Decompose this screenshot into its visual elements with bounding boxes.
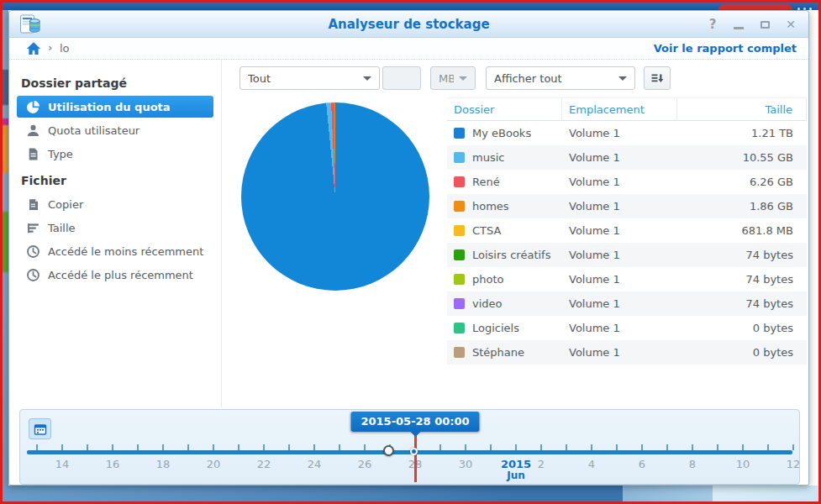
sidebar-item-copier[interactable]: Copier [17, 193, 213, 215]
sidebar-item-type[interactable]: Type [17, 143, 213, 165]
size-value-input[interactable] [382, 66, 421, 90]
table-row[interactable]: StéphaneVolume 10 bytes [447, 340, 807, 365]
color-swatch [454, 323, 465, 333]
folder-name: René [472, 176, 500, 188]
timeline-tick [692, 444, 693, 450]
folder-cell: Loisirs créatifs [447, 243, 562, 267]
sort-button[interactable] [644, 66, 671, 90]
timeline-tick [364, 444, 366, 450]
timeline-tick [288, 444, 290, 450]
table-row[interactable]: LogicielsVolume 10 bytes [447, 316, 807, 340]
size-cell: 10.55 GB [677, 145, 807, 170]
maximize-icon[interactable] [757, 16, 772, 33]
size-cell: 1.21 TB [677, 121, 807, 145]
timeline-marker-dot[interactable] [410, 448, 418, 455]
timeline-tick [238, 444, 239, 450]
timeline-tick [792, 444, 794, 450]
timeline-tick [717, 444, 718, 450]
file-icon [26, 147, 40, 161]
show-dropdown[interactable]: Afficher tout [486, 66, 635, 90]
location-cell: Volume 1 [562, 194, 677, 218]
sidebar-item-taille[interactable]: Taille [17, 217, 213, 239]
user-icon [26, 123, 40, 138]
folder-cell: My eBooks [447, 121, 562, 145]
table-row[interactable]: RenéVolume 16.26 GB [447, 170, 807, 194]
sidebar-item-label: Accédé le moins récemment [48, 245, 203, 258]
location-cell: Volume 1 [562, 340, 677, 365]
view-full-report-link[interactable]: Voir le rapport complet [654, 42, 797, 55]
folder-name: CTSA [472, 224, 501, 237]
breadcrumb-path: lo [60, 42, 70, 55]
folder-cell: Stéphane [447, 340, 562, 365]
main-panel: Tout MB Afficher tout [223, 60, 808, 407]
location-cell: Volume 1 [562, 170, 677, 194]
timeline-tick-label: 8 [674, 458, 711, 470]
table-rows: My eBooksVolume 11.21 TBmusicVolume 110.… [447, 121, 807, 365]
timeline-tick [263, 444, 265, 450]
timeline-tick [490, 444, 492, 450]
timeline-tick [591, 444, 592, 450]
timeline-marker-line [414, 433, 417, 482]
chevron-down-icon [363, 76, 371, 81]
table-row[interactable]: CTSAVolume 1681.8 MB [447, 218, 807, 243]
table-row[interactable]: photoVolume 174 bytes [447, 267, 807, 291]
screenshot-root: Analyseur de stockage lo Voir le rapport… [0, 0, 821, 504]
minimize-icon[interactable] [731, 16, 746, 33]
folder-cell: music [447, 145, 562, 170]
filter-dropdown[interactable]: Tout [239, 66, 380, 90]
clock-icon [26, 268, 40, 282]
calendar-button[interactable] [29, 418, 51, 439]
timeline-tick-label: 18 [145, 458, 182, 470]
color-swatch [454, 347, 465, 358]
column-header-taille[interactable]: Taille [677, 98, 807, 120]
timeline-tick [767, 444, 769, 450]
sort-descending-icon [650, 71, 664, 85]
folder-cell: René [447, 170, 562, 194]
timeline-tick-label: 26 [346, 458, 383, 470]
timeline-tick [313, 444, 315, 450]
folder-cell: photo [447, 267, 562, 291]
color-swatch [454, 152, 465, 163]
color-swatch [454, 225, 465, 236]
sidebar: Dossier partagéUtilisation du quotaQuota… [9, 60, 222, 407]
column-header-emplacement[interactable]: Emplacement [562, 98, 677, 120]
location-cell: Volume 1 [562, 243, 677, 267]
column-header-dossier[interactable]: Dossier [447, 98, 562, 120]
help-icon[interactable] [705, 16, 720, 33]
table-header: DossierEmplacementTaille [447, 97, 807, 121]
sidebar-item-label: Copier [48, 198, 83, 211]
table-row[interactable]: Loisirs créatifsVolume 174 bytes [447, 243, 807, 267]
size-cell: 1.86 GB [677, 194, 807, 218]
timeline-tick [213, 444, 214, 450]
pie-chart-icon [26, 100, 40, 114]
table-row[interactable]: My eBooksVolume 11.21 TB [447, 121, 807, 145]
sidebar-item-accede-le-plus-recemment[interactable]: Accédé le plus récemment [17, 264, 213, 286]
timeline-tick [187, 444, 189, 450]
timeline-tick [36, 444, 38, 450]
sidebar-item-label: Type [48, 148, 73, 160]
timeline-handle[interactable] [383, 445, 394, 456]
sidebar-item-accede-le-moins-recemment[interactable]: Accédé le moins récemment [17, 240, 213, 262]
timeline-tick [742, 444, 744, 450]
folder-name: music [472, 151, 504, 164]
location-cell: Volume 1 [562, 121, 677, 145]
home-icon[interactable] [26, 41, 41, 56]
sidebar-item-label: Quota utilisateur [48, 124, 139, 137]
folder-cell: homes [447, 194, 562, 218]
timeline-tick [339, 444, 340, 450]
timeline-tick-label: 16 [94, 458, 131, 470]
timeline-tick-label: 6 [624, 458, 660, 470]
table-row[interactable]: musicVolume 110.55 GB [447, 145, 807, 170]
sidebar-item-utilisation-du-quota[interactable]: Utilisation du quota [17, 96, 213, 118]
location-cell: Volume 1 [562, 316, 677, 340]
location-cell: Volume 1 [562, 291, 677, 316]
close-icon[interactable] [783, 16, 798, 33]
color-swatch [454, 274, 465, 285]
unit-dropdown[interactable]: MB [430, 66, 476, 90]
size-cell: 681.8 MB [677, 218, 807, 243]
timeline-tick-label: 10 [724, 458, 761, 470]
table-row[interactable]: videoVolume 174 bytes [447, 291, 807, 316]
title-bar: Analyseur de stockage [9, 11, 808, 38]
table-row[interactable]: homesVolume 11.86 GB [447, 194, 807, 218]
sidebar-item-quota-utilisateur[interactable]: Quota utilisateur [17, 119, 213, 141]
